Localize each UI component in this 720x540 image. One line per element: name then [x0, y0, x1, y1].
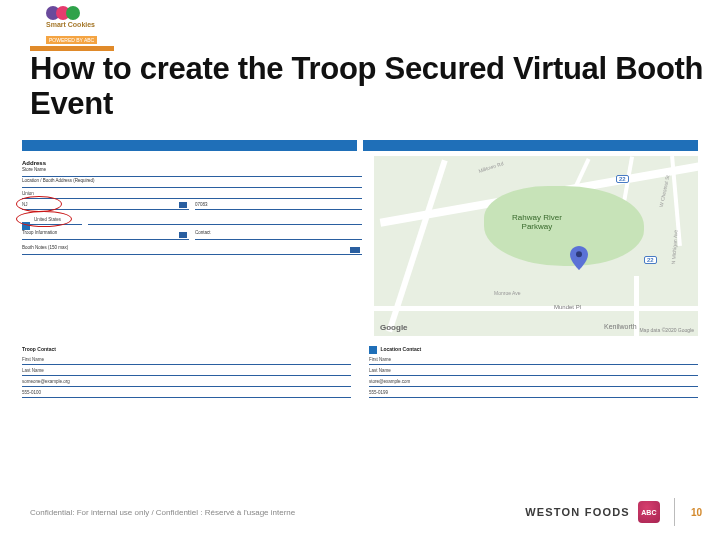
city-field[interactable]: Union: [22, 190, 362, 199]
location-contact-heading: Location Contact: [369, 346, 698, 354]
panel-header-appointment-times: [363, 140, 698, 151]
contact-field[interactable]: 555-0100: [22, 389, 351, 398]
page-number: 10: [691, 507, 702, 518]
highway-shield: 22: [616, 175, 629, 183]
zip-field[interactable]: 07083: [195, 201, 362, 210]
contact-section: Troop Contact Location Contact First Nam…: [22, 346, 698, 400]
chevron-down-icon[interactable]: [179, 202, 187, 208]
weston-foods-logo: WESTON FOODS: [525, 506, 630, 518]
footer-brand: WESTON FOODS ABC 10: [525, 498, 702, 526]
footer-divider: [674, 498, 675, 526]
page-title: How to create the Troop Secured Virtual …: [30, 52, 720, 121]
street-label: Milltown Rd: [478, 160, 504, 174]
contact-field[interactable]: Contact: [195, 231, 362, 240]
contact-field[interactable]: someone@example.org: [22, 378, 351, 387]
street-label: W Chestnut St: [658, 175, 671, 208]
booth-form: Address Store Name Location / Booth Addr…: [22, 156, 362, 257]
street-label: Monroe Ave: [494, 290, 521, 296]
troop-info-field[interactable]: Troop Information: [22, 231, 189, 240]
highlight-circle-country: [16, 211, 72, 227]
contact-field[interactable]: Last Name: [369, 367, 698, 376]
map-city-label: Kenilworth: [604, 323, 637, 330]
panel-header-booth-info: [22, 140, 357, 151]
park-shape: [484, 186, 644, 266]
smart-cookies-logo: Smart Cookies POWERED BY ABC: [46, 6, 97, 46]
logo-text: Smart Cookies: [46, 21, 97, 28]
contact-field[interactable]: First Name: [369, 356, 698, 365]
checkbox-icon[interactable]: [369, 346, 377, 354]
chevron-down-icon[interactable]: [179, 232, 187, 238]
map-pin-icon[interactable]: [570, 246, 588, 274]
svg-point-0: [576, 251, 582, 257]
map-copyright: Map data ©2020 Google: [639, 327, 694, 333]
contact-field[interactable]: First Name: [22, 356, 351, 365]
contact-field[interactable]: store@example.com: [369, 378, 698, 387]
app-screenshot: Address Store Name Location / Booth Addr…: [22, 140, 698, 450]
street-label: N Michigan Ave: [670, 230, 678, 265]
store-name-field[interactable]: Store Name: [22, 168, 362, 177]
unit-field[interactable]: [88, 216, 362, 225]
counter-badge: [350, 247, 360, 253]
contact-field[interactable]: Last Name: [22, 367, 351, 376]
location-map[interactable]: Rahway RiverParkway Milltown Rd W Chestn…: [374, 156, 698, 336]
highlight-circle-state: [16, 196, 62, 212]
address-field[interactable]: Location / Booth Address (Required): [22, 179, 362, 188]
booth-notes-field[interactable]: Booth Notes (150 max): [22, 246, 362, 255]
google-logo: Google: [380, 323, 408, 332]
highway-shield: 22: [644, 256, 657, 264]
contact-field[interactable]: 555-0199: [369, 389, 698, 398]
logo-subtext: POWERED BY ABC: [46, 36, 97, 44]
slide-footer: Confidential: For internal use only / Co…: [30, 498, 702, 526]
abc-badge-icon: ABC: [638, 501, 660, 523]
confidential-notice: Confidential: For internal use only / Co…: [30, 508, 295, 517]
park-label: Rahway RiverParkway: [512, 214, 562, 232]
map-place-label: Mundet Pl: [554, 304, 581, 310]
address-section-label: Address: [22, 160, 362, 166]
troop-contact-heading: Troop Contact: [22, 346, 351, 352]
